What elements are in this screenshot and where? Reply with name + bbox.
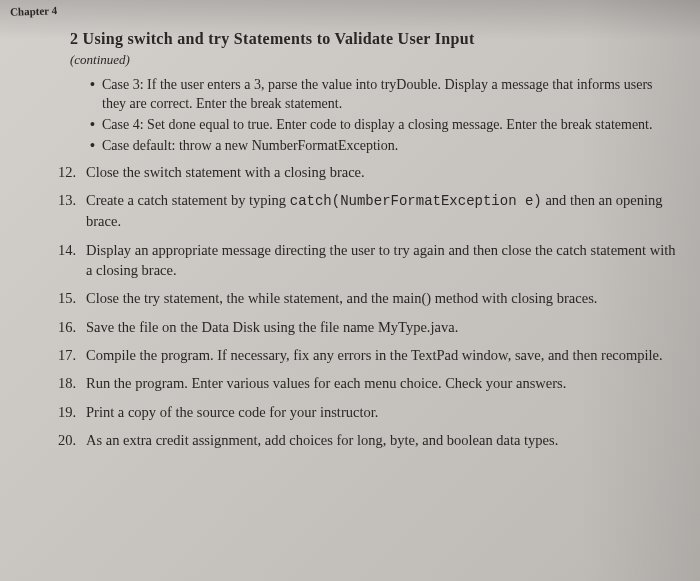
bullet-case-3: Case 3: If the user enters a 3, parse th… (90, 76, 680, 114)
step-13: 13. Create a catch statement by typing c… (58, 190, 680, 232)
step-19: 19. Print a copy of the source code for … (58, 402, 680, 422)
step-12: 12. Close the switch statement with a cl… (58, 162, 680, 182)
text-before: Create a catch statement by typing (86, 192, 290, 208)
bullet-list: Case 3: If the user enters a 3, parse th… (90, 76, 680, 156)
step-18: 18. Run the program. Enter various value… (58, 373, 680, 393)
item-number: 13. (58, 190, 82, 210)
item-text: As an extra credit assignment, add choic… (86, 430, 680, 450)
item-text: Print a copy of the source code for your… (86, 402, 680, 422)
item-text: Close the try statement, the while state… (86, 288, 680, 308)
item-number: 14. (58, 240, 82, 260)
step-17: 17. Compile the program. If necessary, f… (58, 345, 680, 365)
step-16: 16. Save the file on the Data Disk using… (58, 317, 680, 337)
item-text: Create a catch statement by typing catch… (86, 190, 680, 232)
step-15: 15. Close the try statement, the while s… (58, 288, 680, 308)
numbered-list: 12. Close the switch statement with a cl… (58, 162, 680, 451)
code-snippet: catch(NumberFormatException e) (290, 193, 542, 209)
item-text: Save the file on the Data Disk using the… (86, 317, 680, 337)
bullet-case-4: Case 4: Set done equal to true. Enter co… (90, 116, 680, 135)
item-number: 17. (58, 345, 82, 365)
item-text: Run the program. Enter various values fo… (86, 373, 680, 393)
continued-label: (continued) (70, 52, 680, 68)
section-title: 2 Using switch and try Statements to Val… (70, 30, 680, 48)
item-text: Display an appropriate message directing… (86, 240, 680, 281)
item-number: 20. (58, 430, 82, 450)
bullet-case-default: Case default: throw a new NumberFormatEx… (90, 137, 680, 156)
item-number: 16. (58, 317, 82, 337)
item-number: 15. (58, 288, 82, 308)
item-number: 19. (58, 402, 82, 422)
step-20: 20. As an extra credit assignment, add c… (58, 430, 680, 450)
step-14: 14. Display an appropriate message direc… (58, 240, 680, 281)
item-number: 12. (58, 162, 82, 182)
item-text: Compile the program. If necessary, fix a… (86, 345, 680, 365)
item-number: 18. (58, 373, 82, 393)
chapter-header: Chapter 4 (10, 4, 58, 18)
item-text: Close the switch statement with a closin… (86, 162, 680, 182)
